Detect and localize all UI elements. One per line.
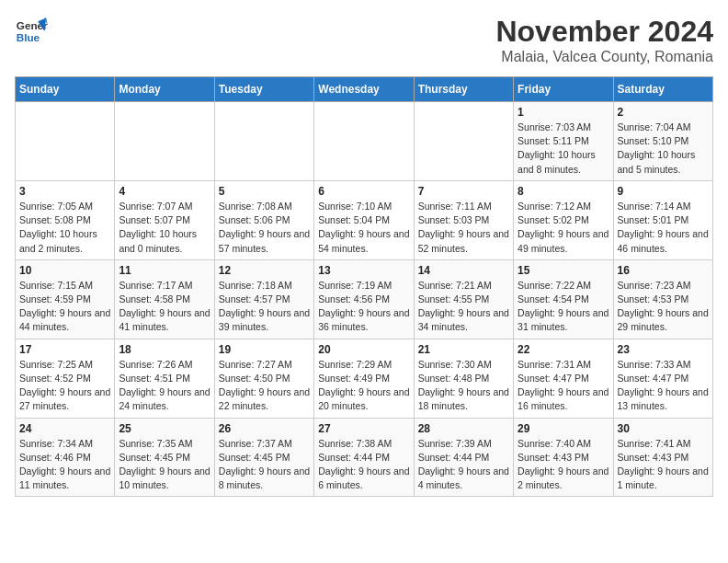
day-info: Sunrise: 7:31 AM Sunset: 4:47 PM Dayligh… [518,358,609,414]
calendar-cell: 19Sunrise: 7:27 AM Sunset: 4:50 PM Dayli… [214,339,313,418]
weekday-header-sunday: Sunday [16,77,115,102]
calendar-cell: 14Sunrise: 7:21 AM Sunset: 4:55 PM Dayli… [414,259,513,339]
calendar-cell: 8Sunrise: 7:12 AM Sunset: 5:02 PM Daylig… [514,180,613,259]
day-info: Sunrise: 7:21 AM Sunset: 4:55 PM Dayligh… [418,279,509,335]
weekday-header-saturday: Saturday [613,77,712,102]
calendar-cell: 21Sunrise: 7:30 AM Sunset: 4:48 PM Dayli… [414,339,513,418]
day-info: Sunrise: 7:29 AM Sunset: 4:49 PM Dayligh… [318,358,409,414]
day-number: 21 [418,343,509,356]
calendar-cell: 17Sunrise: 7:25 AM Sunset: 4:52 PM Dayli… [16,339,115,418]
calendar-cell: 28Sunrise: 7:39 AM Sunset: 4:44 PM Dayli… [414,418,513,497]
day-info: Sunrise: 7:15 AM Sunset: 4:59 PM Dayligh… [19,279,110,335]
day-info: Sunrise: 7:05 AM Sunset: 5:08 PM Dayligh… [19,200,110,256]
location-subtitle: Malaia, Valcea County, Romania [495,49,713,65]
day-number: 30 [618,422,709,435]
calendar-cell: 10Sunrise: 7:15 AM Sunset: 4:59 PM Dayli… [16,259,115,339]
week-row-3: 10Sunrise: 7:15 AM Sunset: 4:59 PM Dayli… [16,259,713,339]
calendar-cell: 3Sunrise: 7:05 AM Sunset: 5:08 PM Daylig… [16,180,115,259]
day-number: 2 [618,106,709,119]
day-number: 26 [219,422,310,435]
calendar-cell: 12Sunrise: 7:18 AM Sunset: 4:57 PM Dayli… [214,259,313,339]
day-info: Sunrise: 7:25 AM Sunset: 4:52 PM Dayligh… [19,358,110,414]
calendar-body: 1Sunrise: 7:03 AM Sunset: 5:11 PM Daylig… [16,102,713,497]
calendar-cell: 7Sunrise: 7:11 AM Sunset: 5:03 PM Daylig… [414,180,513,259]
calendar-cell: 2Sunrise: 7:04 AM Sunset: 5:10 PM Daylig… [613,102,712,181]
calendar-cell: 1Sunrise: 7:03 AM Sunset: 5:11 PM Daylig… [514,102,613,181]
day-number: 9 [618,185,709,198]
day-info: Sunrise: 7:07 AM Sunset: 5:07 PM Dayligh… [119,200,210,256]
day-info: Sunrise: 7:23 AM Sunset: 4:53 PM Dayligh… [618,279,709,335]
logo: General Blue [15,15,48,48]
day-number: 14 [418,264,509,277]
day-number: 20 [318,343,409,356]
day-number: 12 [219,264,310,277]
day-number: 7 [418,185,509,198]
calendar-cell: 23Sunrise: 7:33 AM Sunset: 4:47 PM Dayli… [613,339,712,418]
calendar-cell: 29Sunrise: 7:40 AM Sunset: 4:43 PM Dayli… [514,418,613,497]
day-number: 8 [518,185,609,198]
calendar-cell: 15Sunrise: 7:22 AM Sunset: 4:54 PM Dayli… [514,259,613,339]
day-number: 16 [618,264,709,277]
day-number: 1 [518,106,609,119]
page-header: General Blue November 2024 Malaia, Valce… [15,15,713,65]
calendar-cell: 27Sunrise: 7:38 AM Sunset: 4:44 PM Dayli… [314,418,414,497]
day-number: 18 [119,343,210,356]
day-number: 25 [119,422,210,435]
calendar-cell: 22Sunrise: 7:31 AM Sunset: 4:47 PM Dayli… [514,339,613,418]
day-info: Sunrise: 7:40 AM Sunset: 4:43 PM Dayligh… [518,437,609,493]
day-number: 23 [618,343,709,356]
weekday-header-wednesday: Wednesday [314,77,414,102]
day-info: Sunrise: 7:10 AM Sunset: 5:04 PM Dayligh… [318,200,409,256]
day-info: Sunrise: 7:22 AM Sunset: 4:54 PM Dayligh… [518,279,609,335]
day-info: Sunrise: 7:11 AM Sunset: 5:03 PM Dayligh… [418,200,509,256]
day-number: 29 [518,422,609,435]
calendar-cell: 25Sunrise: 7:35 AM Sunset: 4:45 PM Dayli… [115,418,214,497]
calendar-cell: 30Sunrise: 7:41 AM Sunset: 4:43 PM Dayli… [613,418,712,497]
weekday-header-friday: Friday [514,77,613,102]
day-info: Sunrise: 7:03 AM Sunset: 5:11 PM Dayligh… [518,121,609,177]
week-row-4: 17Sunrise: 7:25 AM Sunset: 4:52 PM Dayli… [16,339,713,418]
day-info: Sunrise: 7:38 AM Sunset: 4:44 PM Dayligh… [318,437,409,493]
day-number: 15 [518,264,609,277]
calendar-cell: 24Sunrise: 7:34 AM Sunset: 4:46 PM Dayli… [16,418,115,497]
day-info: Sunrise: 7:04 AM Sunset: 5:10 PM Dayligh… [618,121,709,177]
day-number: 4 [119,185,210,198]
day-info: Sunrise: 7:18 AM Sunset: 4:57 PM Dayligh… [219,279,310,335]
week-row-5: 24Sunrise: 7:34 AM Sunset: 4:46 PM Dayli… [16,418,713,497]
month-title: November 2024 [495,15,713,49]
title-block: November 2024 Malaia, Valcea County, Rom… [495,15,713,65]
calendar-table: SundayMondayTuesdayWednesdayThursdayFrid… [15,76,713,497]
day-number: 10 [19,264,110,277]
day-number: 24 [19,422,110,435]
day-number: 13 [318,264,409,277]
day-info: Sunrise: 7:12 AM Sunset: 5:02 PM Dayligh… [518,200,609,256]
day-number: 19 [219,343,310,356]
weekday-header-monday: Monday [115,77,214,102]
calendar-cell: 26Sunrise: 7:37 AM Sunset: 4:45 PM Dayli… [214,418,313,497]
day-info: Sunrise: 7:33 AM Sunset: 4:47 PM Dayligh… [618,358,709,414]
week-row-1: 1Sunrise: 7:03 AM Sunset: 5:11 PM Daylig… [16,102,713,181]
day-info: Sunrise: 7:30 AM Sunset: 4:48 PM Dayligh… [418,358,509,414]
day-number: 27 [318,422,409,435]
calendar-cell [16,102,115,181]
weekday-header-tuesday: Tuesday [214,77,313,102]
day-number: 5 [219,185,310,198]
calendar-cell: 5Sunrise: 7:08 AM Sunset: 5:06 PM Daylig… [214,180,313,259]
day-number: 6 [318,185,409,198]
day-info: Sunrise: 7:34 AM Sunset: 4:46 PM Dayligh… [19,437,110,493]
calendar-cell: 9Sunrise: 7:14 AM Sunset: 5:01 PM Daylig… [613,180,712,259]
day-info: Sunrise: 7:17 AM Sunset: 4:58 PM Dayligh… [119,279,210,335]
day-info: Sunrise: 7:26 AM Sunset: 4:51 PM Dayligh… [119,358,210,414]
svg-text:Blue: Blue [17,31,40,43]
day-number: 11 [119,264,210,277]
day-info: Sunrise: 7:35 AM Sunset: 4:45 PM Dayligh… [119,437,210,493]
calendar-cell: 4Sunrise: 7:07 AM Sunset: 5:07 PM Daylig… [115,180,214,259]
day-info: Sunrise: 7:37 AM Sunset: 4:45 PM Dayligh… [219,437,310,493]
day-info: Sunrise: 7:41 AM Sunset: 4:43 PM Dayligh… [618,437,709,493]
calendar-cell [115,102,214,181]
day-info: Sunrise: 7:19 AM Sunset: 4:56 PM Dayligh… [318,279,409,335]
weekday-header-row: SundayMondayTuesdayWednesdayThursdayFrid… [16,77,713,102]
calendar-cell [214,102,313,181]
day-info: Sunrise: 7:39 AM Sunset: 4:44 PM Dayligh… [418,437,509,493]
calendar-cell: 18Sunrise: 7:26 AM Sunset: 4:51 PM Dayli… [115,339,214,418]
